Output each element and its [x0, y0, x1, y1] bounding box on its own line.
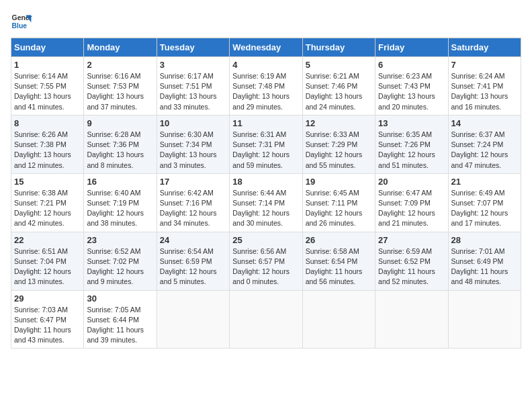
- sunrise-text: Sunrise: 6:17 AM: [160, 72, 214, 80]
- day-number: 16: [87, 177, 153, 187]
- sunrise-text: Sunrise: 7:01 AM: [451, 247, 505, 255]
- table-row: 29Sunrise: 7:03 AMSunset: 6:47 PMDayligh…: [11, 290, 84, 349]
- daylight-text: Daylight: 12 hours and 21 minutes.: [378, 209, 435, 227]
- table-row: 28Sunrise: 7:01 AMSunset: 6:49 PMDayligh…: [448, 232, 521, 290]
- sunset-text: Sunset: 7:29 PM: [306, 140, 358, 148]
- day-number: 3: [160, 60, 226, 70]
- sunset-text: Sunset: 6:44 PM: [87, 316, 139, 324]
- daylight-text: Daylight: 11 hours and 39 minutes.: [87, 326, 144, 344]
- daylight-text: Daylight: 12 hours and 26 minutes.: [306, 209, 363, 227]
- sunrise-text: Sunrise: 6:40 AM: [87, 189, 140, 197]
- day-info: Sunrise: 6:28 AMSunset: 7:36 PMDaylight:…: [87, 130, 153, 171]
- day-info: Sunrise: 6:31 AMSunset: 7:31 PMDaylight:…: [232, 130, 299, 171]
- table-row: 2Sunrise: 6:16 AMSunset: 7:53 PMDaylight…: [84, 57, 157, 116]
- day-number: 4: [232, 60, 299, 70]
- day-header-saturday: Saturday: [448, 38, 521, 57]
- sunset-text: Sunset: 7:11 PM: [306, 199, 358, 207]
- day-header-friday: Friday: [375, 38, 448, 57]
- sunrise-text: Sunrise: 6:33 AM: [306, 130, 359, 138]
- table-row: 14Sunrise: 6:37 AMSunset: 7:24 PMDayligh…: [448, 115, 521, 173]
- table-row: 24Sunrise: 6:54 AMSunset: 6:59 PMDayligh…: [157, 232, 229, 290]
- calendar-week-row: 1Sunrise: 6:14 AMSunset: 7:55 PMDaylight…: [11, 57, 521, 116]
- table-row: 13Sunrise: 6:35 AMSunset: 7:26 PMDayligh…: [375, 115, 448, 173]
- sunrise-text: Sunrise: 6:19 AM: [232, 72, 286, 80]
- daylight-text: Daylight: 11 hours and 48 minutes.: [451, 267, 508, 285]
- daylight-text: Daylight: 12 hours and 38 minutes.: [87, 209, 144, 227]
- table-row: 8Sunrise: 6:26 AMSunset: 7:38 PMDaylight…: [11, 115, 84, 173]
- day-info: Sunrise: 6:58 AMSunset: 6:54 PMDaylight:…: [306, 246, 372, 287]
- daylight-text: Daylight: 12 hours and 34 minutes.: [160, 209, 217, 227]
- sunrise-text: Sunrise: 6:16 AM: [87, 72, 140, 80]
- table-row: 7Sunrise: 6:24 AMSunset: 7:41 PMDaylight…: [448, 57, 521, 116]
- day-number: 29: [14, 293, 81, 304]
- sunset-text: Sunset: 7:04 PM: [14, 257, 66, 265]
- sunset-text: Sunset: 7:14 PM: [232, 199, 285, 207]
- sunrise-text: Sunrise: 6:54 AM: [160, 247, 214, 255]
- day-number: 8: [14, 118, 81, 128]
- sunset-text: Sunset: 7:34 PM: [160, 140, 212, 148]
- sunset-text: Sunset: 7:16 PM: [160, 199, 212, 207]
- table-row: 16Sunrise: 6:40 AMSunset: 7:19 PMDayligh…: [84, 173, 157, 232]
- calendar-week-row: 22Sunrise: 6:51 AMSunset: 7:04 PMDayligh…: [11, 232, 521, 290]
- day-info: Sunrise: 7:01 AMSunset: 6:49 PMDaylight:…: [451, 246, 518, 287]
- sunrise-text: Sunrise: 6:47 AM: [378, 189, 432, 197]
- day-number: 25: [232, 235, 299, 245]
- sunrise-text: Sunrise: 6:35 AM: [378, 130, 432, 138]
- daylight-text: Daylight: 12 hours and 0 minutes.: [232, 267, 290, 285]
- calendar-table: SundayMondayTuesdayWednesdayThursdayFrid…: [11, 38, 521, 349]
- day-number: 18: [232, 177, 299, 187]
- daylight-text: Daylight: 13 hours and 16 minutes.: [451, 92, 508, 110]
- daylight-text: Daylight: 11 hours and 52 minutes.: [378, 267, 435, 285]
- day-number: 27: [378, 235, 445, 245]
- table-row: 15Sunrise: 6:38 AMSunset: 7:21 PMDayligh…: [11, 173, 84, 232]
- svg-text:Blue: Blue: [12, 22, 28, 30]
- day-header-tuesday: Tuesday: [157, 38, 229, 57]
- day-info: Sunrise: 6:44 AMSunset: 7:14 PMDaylight:…: [232, 188, 299, 229]
- day-number: 20: [378, 177, 445, 187]
- sunrise-text: Sunrise: 7:03 AM: [14, 306, 68, 314]
- table-row: 4Sunrise: 6:19 AMSunset: 7:48 PMDaylight…: [230, 57, 302, 116]
- day-header-thursday: Thursday: [302, 38, 375, 57]
- day-number: 9: [87, 118, 153, 128]
- sunset-text: Sunset: 7:26 PM: [378, 140, 431, 148]
- table-row: [230, 290, 302, 349]
- sunrise-text: Sunrise: 7:05 AM: [87, 306, 140, 314]
- table-row: [375, 290, 448, 349]
- table-row: 18Sunrise: 6:44 AMSunset: 7:14 PMDayligh…: [230, 173, 302, 232]
- sunset-text: Sunset: 6:49 PM: [451, 257, 504, 265]
- header: General Blue: [11, 11, 521, 32]
- day-info: Sunrise: 6:14 AMSunset: 7:55 PMDaylight:…: [14, 71, 81, 112]
- sunset-text: Sunset: 6:59 PM: [160, 257, 212, 265]
- day-number: 13: [378, 118, 445, 128]
- daylight-text: Daylight: 12 hours and 51 minutes.: [378, 150, 435, 169]
- sunset-text: Sunset: 7:38 PM: [14, 140, 66, 148]
- sunset-text: Sunset: 7:51 PM: [160, 82, 212, 90]
- sunrise-text: Sunrise: 6:38 AM: [14, 189, 68, 197]
- day-info: Sunrise: 7:05 AMSunset: 6:44 PMDaylight:…: [87, 305, 153, 346]
- day-number: 30: [87, 293, 153, 304]
- sunrise-text: Sunrise: 6:26 AM: [14, 130, 68, 138]
- sunrise-text: Sunrise: 6:49 AM: [451, 189, 505, 197]
- table-row: [157, 290, 229, 349]
- sunrise-text: Sunrise: 6:24 AM: [451, 72, 505, 80]
- sunset-text: Sunset: 7:55 PM: [14, 82, 66, 90]
- daylight-text: Daylight: 13 hours and 8 minutes.: [87, 150, 144, 169]
- sunrise-text: Sunrise: 6:28 AM: [87, 130, 140, 138]
- daylight-text: Daylight: 13 hours and 41 minutes.: [14, 92, 71, 110]
- sunset-text: Sunset: 7:41 PM: [451, 82, 504, 90]
- day-info: Sunrise: 6:45 AMSunset: 7:11 PMDaylight:…: [306, 188, 372, 229]
- day-info: Sunrise: 6:59 AMSunset: 6:52 PMDaylight:…: [378, 246, 445, 287]
- sunrise-text: Sunrise: 6:59 AM: [378, 247, 432, 255]
- table-row: 20Sunrise: 6:47 AMSunset: 7:09 PMDayligh…: [375, 173, 448, 232]
- day-number: 12: [306, 118, 372, 128]
- day-info: Sunrise: 6:30 AMSunset: 7:34 PMDaylight:…: [160, 130, 226, 171]
- table-row: 25Sunrise: 6:56 AMSunset: 6:57 PMDayligh…: [230, 232, 302, 290]
- table-row: 5Sunrise: 6:21 AMSunset: 7:46 PMDaylight…: [302, 57, 375, 116]
- calendar-week-row: 8Sunrise: 6:26 AMSunset: 7:38 PMDaylight…: [11, 115, 521, 173]
- daylight-text: Daylight: 11 hours and 56 minutes.: [306, 267, 363, 285]
- daylight-text: Daylight: 13 hours and 33 minutes.: [160, 92, 217, 110]
- day-info: Sunrise: 7:03 AMSunset: 6:47 PMDaylight:…: [14, 305, 81, 346]
- day-info: Sunrise: 6:21 AMSunset: 7:46 PMDaylight:…: [306, 71, 372, 112]
- day-info: Sunrise: 6:54 AMSunset: 6:59 PMDaylight:…: [160, 246, 226, 287]
- table-row: 12Sunrise: 6:33 AMSunset: 7:29 PMDayligh…: [302, 115, 375, 173]
